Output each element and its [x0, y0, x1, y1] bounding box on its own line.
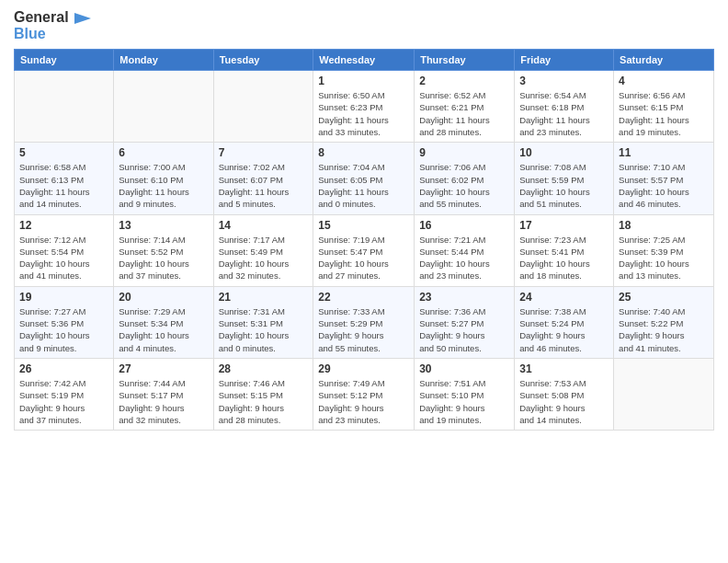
- day-info: Sunrise: 7:21 AM Sunset: 5:44 PM Dayligh…: [419, 234, 509, 282]
- day-number: 18: [619, 219, 709, 232]
- calendar-cell: 27Sunrise: 7:44 AM Sunset: 5:17 PM Dayli…: [114, 358, 213, 430]
- calendar-cell: 4Sunrise: 6:56 AM Sunset: 6:15 PM Daylig…: [614, 71, 714, 143]
- day-info: Sunrise: 7:31 AM Sunset: 5:31 PM Dayligh…: [219, 305, 309, 354]
- day-info: Sunrise: 7:46 AM Sunset: 5:15 PM Dayligh…: [219, 377, 309, 426]
- calendar-table: SundayMondayTuesdayWednesdayThursdayFrid…: [14, 49, 714, 431]
- page-container: General Blue SundayMondayTuesdayWednesda…: [0, 0, 728, 435]
- day-info: Sunrise: 7:17 AM Sunset: 5:49 PM Dayligh…: [219, 234, 309, 282]
- logo-block: General Blue: [14, 9, 91, 41]
- calendar-cell: 19Sunrise: 7:27 AM Sunset: 5:36 PM Dayli…: [15, 286, 114, 358]
- calendar-cell: 30Sunrise: 7:51 AM Sunset: 5:10 PM Dayli…: [415, 358, 515, 430]
- day-info: Sunrise: 7:27 AM Sunset: 5:36 PM Dayligh…: [19, 305, 108, 354]
- calendar-cell: 29Sunrise: 7:49 AM Sunset: 5:12 PM Dayli…: [313, 358, 415, 430]
- day-number: 29: [318, 362, 409, 375]
- day-info: Sunrise: 7:04 AM Sunset: 6:05 PM Dayligh…: [318, 161, 409, 210]
- calendar-header-wednesday: Wednesday: [313, 50, 415, 71]
- day-info: Sunrise: 7:00 AM Sunset: 6:10 PM Dayligh…: [119, 161, 208, 210]
- calendar-cell: 31Sunrise: 7:53 AM Sunset: 5:08 PM Dayli…: [515, 358, 614, 430]
- day-number: 7: [219, 146, 309, 159]
- day-info: Sunrise: 6:54 AM Sunset: 6:18 PM Dayligh…: [519, 89, 609, 138]
- day-info: Sunrise: 7:25 AM Sunset: 5:39 PM Dayligh…: [619, 234, 709, 282]
- calendar-cell: 20Sunrise: 7:29 AM Sunset: 5:34 PM Dayli…: [114, 286, 213, 358]
- calendar-cell: 2Sunrise: 6:52 AM Sunset: 6:21 PM Daylig…: [415, 71, 515, 143]
- calendar-cell: 16Sunrise: 7:21 AM Sunset: 5:44 PM Dayli…: [415, 214, 515, 286]
- day-info: Sunrise: 7:23 AM Sunset: 5:41 PM Dayligh…: [519, 234, 609, 282]
- calendar-cell: [15, 71, 114, 143]
- day-number: 14: [219, 219, 309, 232]
- day-info: Sunrise: 7:14 AM Sunset: 5:52 PM Dayligh…: [119, 234, 208, 282]
- day-info: Sunrise: 7:36 AM Sunset: 5:27 PM Dayligh…: [419, 305, 509, 354]
- calendar-cell: 12Sunrise: 7:12 AM Sunset: 5:54 PM Dayli…: [15, 214, 114, 286]
- calendar-cell: 7Sunrise: 7:02 AM Sunset: 6:07 PM Daylig…: [213, 143, 313, 214]
- day-number: 13: [119, 219, 208, 232]
- calendar-cell: 17Sunrise: 7:23 AM Sunset: 5:41 PM Dayli…: [515, 214, 614, 286]
- day-info: Sunrise: 7:12 AM Sunset: 5:54 PM Dayligh…: [19, 234, 108, 282]
- day-number: 5: [19, 146, 108, 159]
- calendar-header-thursday: Thursday: [415, 50, 515, 71]
- day-number: 16: [419, 219, 509, 232]
- day-info: Sunrise: 7:02 AM Sunset: 6:07 PM Dayligh…: [219, 161, 309, 210]
- day-number: 28: [219, 362, 309, 375]
- day-info: Sunrise: 7:10 AM Sunset: 5:57 PM Dayligh…: [619, 161, 709, 210]
- calendar-cell: 21Sunrise: 7:31 AM Sunset: 5:31 PM Dayli…: [213, 286, 313, 358]
- calendar-cell: 6Sunrise: 7:00 AM Sunset: 6:10 PM Daylig…: [114, 143, 213, 214]
- calendar-week-row: 5Sunrise: 6:58 AM Sunset: 6:13 PM Daylig…: [15, 143, 714, 214]
- calendar-header-saturday: Saturday: [614, 50, 714, 71]
- day-info: Sunrise: 7:29 AM Sunset: 5:34 PM Dayligh…: [119, 305, 208, 354]
- logo: General Blue: [14, 9, 91, 41]
- calendar-cell: 25Sunrise: 7:40 AM Sunset: 5:22 PM Dayli…: [614, 286, 714, 358]
- calendar-cell: [614, 358, 714, 430]
- day-info: Sunrise: 6:52 AM Sunset: 6:21 PM Dayligh…: [419, 89, 509, 138]
- day-number: 23: [419, 291, 509, 304]
- day-number: 8: [318, 146, 409, 159]
- day-info: Sunrise: 6:56 AM Sunset: 6:15 PM Dayligh…: [619, 89, 709, 138]
- calendar-cell: 22Sunrise: 7:33 AM Sunset: 5:29 PM Dayli…: [313, 286, 415, 358]
- day-info: Sunrise: 7:33 AM Sunset: 5:29 PM Dayligh…: [318, 305, 409, 354]
- calendar-cell: 15Sunrise: 7:19 AM Sunset: 5:47 PM Dayli…: [313, 214, 415, 286]
- day-number: 31: [519, 362, 609, 375]
- day-number: 19: [19, 291, 108, 304]
- svg-marker-0: [74, 13, 91, 24]
- day-number: 3: [519, 75, 609, 87]
- day-info: Sunrise: 6:50 AM Sunset: 6:23 PM Dayligh…: [318, 89, 409, 138]
- day-number: 10: [519, 146, 609, 159]
- calendar-header-monday: Monday: [114, 50, 213, 71]
- day-number: 12: [19, 219, 108, 232]
- calendar-cell: 13Sunrise: 7:14 AM Sunset: 5:52 PM Dayli…: [114, 214, 213, 286]
- day-info: Sunrise: 7:08 AM Sunset: 5:59 PM Dayligh…: [519, 161, 609, 210]
- calendar-cell: [213, 71, 313, 143]
- day-info: Sunrise: 7:42 AM Sunset: 5:19 PM Dayligh…: [19, 377, 108, 426]
- day-number: 9: [419, 146, 509, 159]
- day-info: Sunrise: 7:44 AM Sunset: 5:17 PM Dayligh…: [119, 377, 208, 426]
- day-info: Sunrise: 7:19 AM Sunset: 5:47 PM Dayligh…: [318, 234, 409, 282]
- calendar-cell: 8Sunrise: 7:04 AM Sunset: 6:05 PM Daylig…: [313, 143, 415, 214]
- calendar-cell: 18Sunrise: 7:25 AM Sunset: 5:39 PM Dayli…: [614, 214, 714, 286]
- day-number: 24: [519, 291, 609, 304]
- day-number: 11: [619, 146, 709, 159]
- calendar-cell: [114, 71, 213, 143]
- calendar-header-tuesday: Tuesday: [213, 50, 313, 71]
- calendar-cell: 5Sunrise: 6:58 AM Sunset: 6:13 PM Daylig…: [15, 143, 114, 214]
- calendar-week-row: 12Sunrise: 7:12 AM Sunset: 5:54 PM Dayli…: [15, 214, 714, 286]
- day-number: 6: [119, 146, 208, 159]
- day-number: 21: [219, 291, 309, 304]
- calendar-header-row: SundayMondayTuesdayWednesdayThursdayFrid…: [15, 50, 714, 71]
- calendar-week-row: 19Sunrise: 7:27 AM Sunset: 5:36 PM Dayli…: [15, 286, 714, 358]
- calendar-week-row: 1Sunrise: 6:50 AM Sunset: 6:23 PM Daylig…: [15, 71, 714, 143]
- calendar-cell: 11Sunrise: 7:10 AM Sunset: 5:57 PM Dayli…: [614, 143, 714, 214]
- calendar-cell: 1Sunrise: 6:50 AM Sunset: 6:23 PM Daylig…: [313, 71, 415, 143]
- day-number: 4: [619, 75, 709, 87]
- day-number: 22: [318, 291, 409, 304]
- day-number: 27: [119, 362, 208, 375]
- calendar-header-sunday: Sunday: [15, 50, 114, 71]
- calendar-cell: 14Sunrise: 7:17 AM Sunset: 5:49 PM Dayli…: [213, 214, 313, 286]
- day-info: Sunrise: 6:58 AM Sunset: 6:13 PM Dayligh…: [19, 161, 108, 210]
- day-info: Sunrise: 7:49 AM Sunset: 5:12 PM Dayligh…: [318, 377, 409, 426]
- calendar-cell: 26Sunrise: 7:42 AM Sunset: 5:19 PM Dayli…: [15, 358, 114, 430]
- day-number: 25: [619, 291, 709, 304]
- logo-arrow-icon: [74, 13, 91, 24]
- day-number: 30: [419, 362, 509, 375]
- calendar-week-row: 26Sunrise: 7:42 AM Sunset: 5:19 PM Dayli…: [15, 358, 714, 430]
- day-info: Sunrise: 7:38 AM Sunset: 5:24 PM Dayligh…: [519, 305, 609, 354]
- day-number: 15: [318, 219, 409, 232]
